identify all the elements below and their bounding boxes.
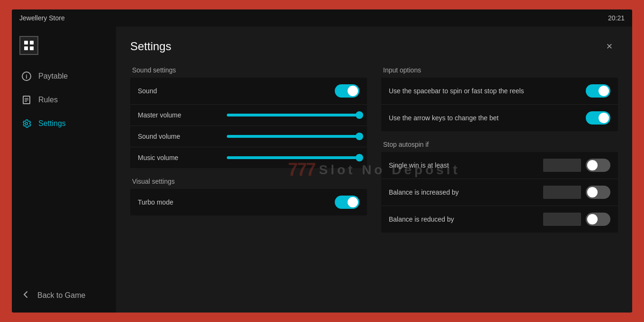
sound-volume-label: Sound volume xyxy=(138,133,180,140)
balance-reduced-input[interactable] xyxy=(543,213,581,226)
balance-increased-toggle[interactable] xyxy=(586,186,610,199)
single-win-knob xyxy=(587,160,598,170)
arrow-left-icon xyxy=(21,290,31,301)
right-column: Input options Use the spacebar to spin o… xyxy=(381,66,618,242)
balance-increased-row: Balance is increased by xyxy=(381,179,618,206)
sound-volume-slider[interactable] xyxy=(227,135,359,138)
sidebar-settings-label: Settings xyxy=(38,119,66,128)
sound-volume-thumb[interactable] xyxy=(356,133,363,140)
single-win-row: Single win is at least xyxy=(381,152,618,179)
clock: 20:21 xyxy=(608,14,625,22)
sidebar-paytable-label: Paytable xyxy=(38,72,68,80)
gear-icon xyxy=(21,118,32,129)
balance-increased-controls xyxy=(543,186,610,199)
single-win-input[interactable] xyxy=(543,159,581,172)
sound-volume-row: Sound volume xyxy=(130,126,367,147)
balance-reduced-controls xyxy=(543,213,610,226)
music-volume-row: Music volume xyxy=(130,147,367,168)
settings-columns: Sound settings Sound Master volume xyxy=(130,66,618,242)
sound-volume-fill xyxy=(227,135,359,138)
sound-toggle-knob xyxy=(348,86,358,96)
balance-reduced-knob xyxy=(587,214,598,224)
arrow-bet-label: Use the arrow keys to change the bet xyxy=(389,114,499,122)
balance-increased-input[interactable] xyxy=(543,186,581,199)
music-volume-slider[interactable] xyxy=(227,156,359,159)
top-bar: Jewellery Store 20:21 xyxy=(12,9,632,27)
sidebar-logo xyxy=(19,36,38,55)
back-label: Back to Game xyxy=(37,291,85,300)
turbo-mode-label: Turbo mode xyxy=(138,198,173,206)
single-win-toggle[interactable] xyxy=(586,159,610,172)
sound-label: Sound xyxy=(138,87,157,95)
visual-settings-rows: Turbo mode xyxy=(130,189,367,215)
arrow-bet-toggle[interactable] xyxy=(586,111,610,125)
music-volume-label: Music volume xyxy=(138,154,179,161)
left-column: Sound settings Sound Master volume xyxy=(130,66,367,242)
sidebar-item-rules[interactable]: Rules xyxy=(12,88,116,112)
turbo-toggle-knob xyxy=(348,197,358,207)
svg-rect-3 xyxy=(30,46,34,50)
back-to-game-button[interactable]: Back to Game xyxy=(12,283,116,308)
master-volume-label: Master volume xyxy=(138,111,181,119)
sound-section-title: Sound settings xyxy=(130,66,367,74)
turbo-mode-row: Turbo mode xyxy=(130,189,367,215)
single-win-label: Single win is at least xyxy=(389,161,449,169)
sidebar: i Paytable Rules xyxy=(12,27,116,313)
master-volume-slider[interactable] xyxy=(227,114,359,116)
balance-increased-label: Balance is increased by xyxy=(389,188,459,196)
master-volume-thumb[interactable] xyxy=(356,111,363,119)
settings-title: Settings xyxy=(130,40,171,53)
sound-toggle[interactable] xyxy=(335,84,359,98)
turbo-mode-toggle[interactable] xyxy=(335,196,359,209)
sound-settings-rows: Sound Master volume xyxy=(130,78,367,168)
master-volume-fill xyxy=(227,114,359,116)
sidebar-item-paytable[interactable]: i Paytable xyxy=(12,64,116,88)
arrow-toggle-knob xyxy=(599,113,609,123)
svg-rect-2 xyxy=(24,46,28,50)
music-volume-thumb[interactable] xyxy=(356,154,363,161)
spacebar-spin-label: Use the spacebar to spin or fast stop th… xyxy=(389,87,524,95)
spacebar-toggle-knob xyxy=(599,86,609,96)
autospin-section-title: Stop autospin if xyxy=(381,141,618,148)
balance-reduced-toggle[interactable] xyxy=(586,213,610,226)
balance-increased-knob xyxy=(587,187,598,197)
spacebar-spin-row: Use the spacebar to spin or fast stop th… xyxy=(381,78,618,105)
svg-text:i: i xyxy=(26,73,27,80)
master-volume-row: Master volume xyxy=(130,105,367,126)
autospin-rows: Single win is at least Balance is increa… xyxy=(381,152,618,233)
info-icon: i xyxy=(21,71,32,81)
close-button[interactable]: × xyxy=(601,38,618,55)
balance-reduced-row: Balance is reduced by xyxy=(381,206,618,233)
book-icon xyxy=(21,95,32,105)
input-section-title: Input options xyxy=(381,66,618,74)
grid-icon xyxy=(24,40,34,51)
visual-section-title: Visual settings xyxy=(130,178,367,185)
single-win-controls xyxy=(543,159,610,172)
sidebar-rules-label: Rules xyxy=(38,96,58,104)
music-volume-fill xyxy=(227,156,359,159)
balance-reduced-label: Balance is reduced by xyxy=(389,215,454,223)
game-title: Jewellery Store xyxy=(19,14,65,22)
input-settings-rows: Use the spacebar to spin or fast stop th… xyxy=(381,78,618,131)
arrow-bet-row: Use the arrow keys to change the bet xyxy=(381,105,618,131)
settings-header: Settings × xyxy=(130,38,618,55)
svg-rect-1 xyxy=(30,41,34,45)
svg-rect-0 xyxy=(24,41,28,45)
settings-panel: Settings × 777 Slot No Deposit Sound set… xyxy=(116,27,632,313)
spacebar-toggle[interactable] xyxy=(586,84,610,98)
sidebar-item-settings[interactable]: Settings xyxy=(12,112,116,135)
sound-row: Sound xyxy=(130,78,367,105)
